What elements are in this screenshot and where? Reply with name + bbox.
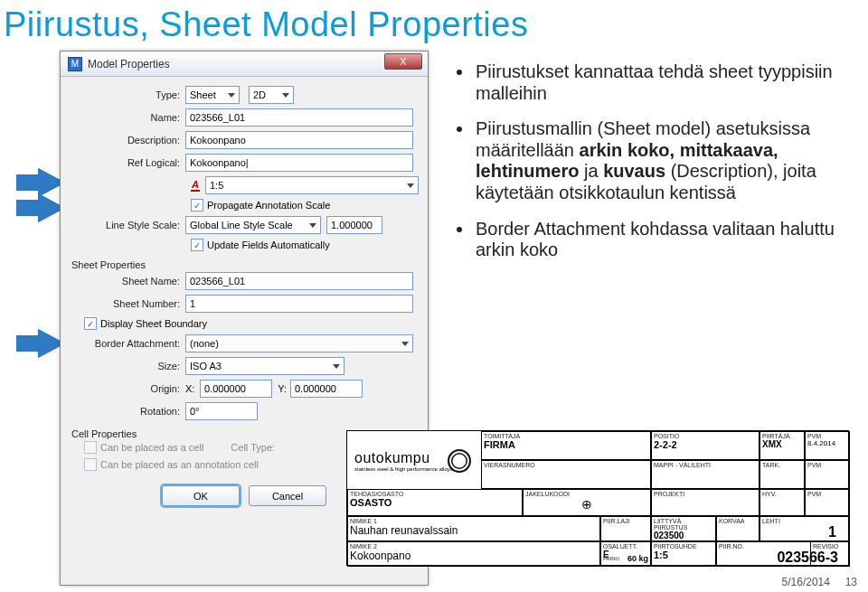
titlebar: M Model Properties X: [61, 52, 428, 77]
footer: 5/16/2014 13: [782, 576, 857, 588]
annotation-scale-icon: A: [191, 179, 200, 192]
sheetnumber-label: Sheet Number:: [70, 298, 185, 309]
bullet-3: Border Attachment kohdassa valitaan halu…: [474, 219, 846, 261]
firma-value: FIRMA: [484, 439, 648, 450]
sheetname-input[interactable]: 023566_L01: [185, 272, 413, 290]
slide-title: Piirustus, Sheet Model Properties: [0, 0, 868, 52]
positio-h: POSITIO: [654, 433, 757, 439]
piirtaja-value: XMX: [762, 439, 802, 449]
liittyva-value: 023500: [654, 531, 713, 540]
name-label: Name:: [70, 112, 185, 123]
origin-y-input[interactable]: 0.000000: [290, 380, 363, 398]
placed-as-cell-checkbox: [84, 441, 97, 454]
nimike2-h: NIMIKE 2: [350, 543, 598, 550]
nimike1-h: NIMIKE 1: [350, 518, 598, 524]
name-input[interactable]: 023566_L01: [185, 108, 413, 127]
paino-value: 60 kg: [627, 554, 648, 563]
dialog-title: Model Properties: [88, 58, 170, 70]
ok-button[interactable]: OK: [162, 485, 240, 506]
rotation-input[interactable]: 0°: [185, 402, 258, 420]
jakelu-h: JAKELUKOODI: [525, 491, 648, 497]
hyv-h: HYV.: [762, 491, 802, 497]
lehti-value: 1: [762, 524, 847, 540]
sheetname-label: Sheet Name:: [70, 276, 185, 287]
placed-as-cell-label: Can be placed as a cell: [100, 442, 203, 453]
vierasnum-h: VIERASNUMERO: [484, 462, 648, 468]
tark-h: TARK.: [762, 462, 802, 468]
korvaa-h: KORVAA: [719, 518, 757, 524]
revisio-h: REVISIO: [813, 543, 847, 550]
celltype-label: Cell Type:: [231, 442, 275, 453]
osasto-value: OSASTO: [350, 497, 520, 508]
display-boundary-checkbox[interactable]: ✓: [84, 317, 97, 330]
placed-as-anno-checkbox: [84, 458, 97, 471]
sheetnumber-input[interactable]: 1: [185, 295, 413, 313]
piirlaji-h: PIIR.LAJI: [603, 518, 648, 524]
logo-ring-icon: [448, 449, 471, 473]
propagate-scale-label: Propagate Annotation Scale: [207, 200, 330, 211]
origin-x-input[interactable]: 0.000000: [200, 380, 272, 398]
propagate-scale-checkbox[interactable]: ✓: [191, 199, 203, 211]
origin-y-label: Y:: [272, 383, 290, 394]
origin-x-label: X:: [185, 383, 200, 394]
size-select[interactable]: ISO A3: [185, 357, 344, 375]
piirtosuhde-h: PIIRTOSUHDE: [654, 543, 713, 550]
piirtosuhde-value: 1:5: [654, 550, 713, 560]
liittyva-h: LIITTYVÄ PIIRUSTUS: [654, 518, 713, 531]
footer-page: 13: [845, 576, 857, 588]
border-select[interactable]: (none): [185, 334, 413, 352]
sheet-properties-header: Sheet Properties: [64, 256, 424, 272]
bullet-1: Piirustukset kannattaa tehdä sheet tyypp…: [474, 61, 846, 104]
osaluett-h: OSALUETT.: [603, 543, 648, 550]
pvm3-h: PVM: [807, 491, 847, 497]
positio-value: 2-2-2: [654, 439, 757, 450]
mappi-h: MAPPI - VÄLILEHTI: [654, 462, 757, 468]
bullet-list: Piirustukset kannattaa tehdä sheet tyypp…: [474, 61, 846, 276]
close-icon[interactable]: X: [384, 53, 422, 70]
cancel-button[interactable]: Cancel: [249, 485, 326, 506]
size-label: Size:: [70, 361, 185, 371]
type-select[interactable]: Sheet: [185, 86, 240, 104]
app-icon: M: [68, 57, 82, 71]
description-input[interactable]: Kokoonpano: [185, 131, 413, 149]
border-label: Border Attachment:: [70, 338, 185, 349]
linestyle-number-input[interactable]: 1.000000: [326, 216, 382, 234]
bullet-2: Piirustusmallin (Sheet model) asetuksiss…: [474, 118, 846, 203]
nimike2-value: Kokoonpano: [350, 550, 598, 562]
description-label: Description:: [70, 135, 185, 146]
nimike1-value: Nauhan reunavalssain: [350, 524, 598, 537]
lehti-h: LEHTI: [762, 518, 847, 524]
origin-label: Origin:: [70, 383, 185, 394]
linestyle-label: Line Style Scale:: [70, 220, 185, 230]
drawing-title-block: outokumpu stainless steel & high perform…: [346, 430, 849, 566]
rotation-label: Rotation:: [70, 406, 185, 417]
dimension-select[interactable]: 2D: [249, 86, 294, 104]
type-label: Type:: [70, 89, 185, 100]
piirtaja-h: PIIRTÄJÄ: [762, 433, 802, 439]
toimittaja-h: TOIMITTAJA: [484, 433, 648, 439]
display-boundary-label: Display Sheet Boundary: [100, 318, 207, 329]
footer-date: 5/16/2014: [782, 576, 830, 588]
linestyle-select[interactable]: Global Line Style Scale: [185, 216, 321, 234]
reflogical-label: Ref Logical:: [70, 157, 185, 168]
pvm-h: PVM: [807, 433, 847, 439]
tehdas-h: TEHDAS/OSASTO: [350, 491, 520, 497]
update-fields-label: Update Fields Automatically: [207, 240, 330, 250]
projekti-h: PROJEKTI: [654, 491, 757, 497]
annoscale-select[interactable]: 1:5: [205, 176, 419, 194]
update-fields-checkbox[interactable]: ✓: [191, 239, 203, 251]
placed-as-anno-label: Can be placed as an annotation cell: [100, 459, 259, 470]
reflogical-input[interactable]: Kokoonpano|: [185, 154, 413, 172]
outokumpu-logo: outokumpu stainless steel & high perform…: [349, 433, 480, 489]
pvm-value: 8.4.2014: [807, 439, 847, 447]
pvm2-h: PVM: [807, 462, 847, 468]
